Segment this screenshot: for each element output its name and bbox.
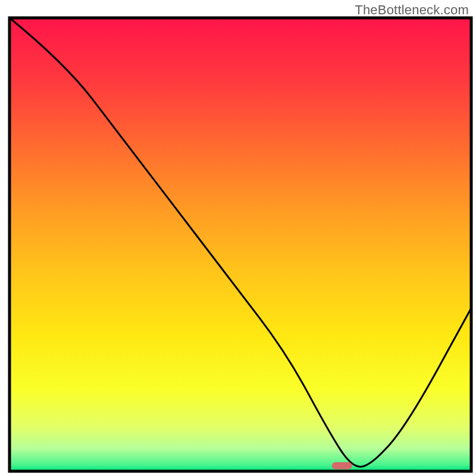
watermark-label: TheBottleneck.com: [355, 2, 469, 18]
gradient-background: [10, 18, 471, 471]
optimal-marker: [332, 462, 352, 469]
chart-svg: [0, 0, 476, 476]
bottleneck-chart: TheBottleneck.com: [0, 0, 476, 476]
